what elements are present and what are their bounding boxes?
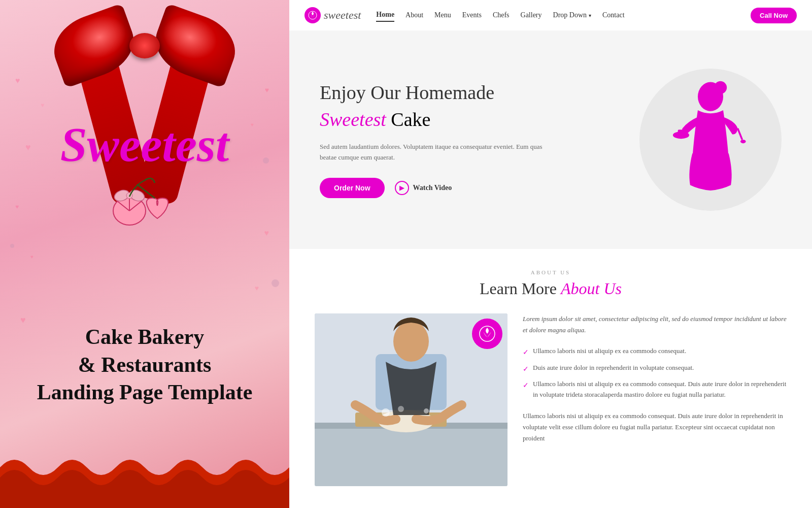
logo-area: sweetest [304,7,361,23]
cherry-decoration [107,170,183,236]
svg-rect-12 [678,130,685,135]
nav-link-home[interactable]: Home [376,9,394,22]
heart-decoration: ♥ [41,102,44,109]
svg-rect-16 [315,425,507,486]
heart-decoration: ♥ [15,203,19,211]
baker-silhouette [660,76,761,203]
about-description: Lorem ipsum dolor sit amet, consectetur … [523,313,787,336]
checklist-text-3: Ullamco laboris nisi ut aliquip ex ea co… [533,379,787,400]
bow-ribbon-left [45,3,142,88]
about-text-container: Lorem ipsum dolor sit amet, consectetur … [523,313,787,486]
nav-link-events[interactable]: Events [462,9,482,21]
heart-decoration: ♥ [255,284,259,293]
svg-point-23 [424,408,429,414]
bakery-text: Cake Bakery & Restaurants Landing Page T… [13,323,277,406]
heart-decoration: ♥ [30,254,33,260]
left-panel: Sweetest ♥ ♥ ♥ ♥ ♥ ♥ ♥ ♥ ♥ ♥ Cake [0,0,289,508]
svg-point-14 [740,140,746,143]
hero-content: Enjoy Our Homemade Sweetest Cake Sed aut… [320,81,548,199]
check-icon-3: ✓ [523,380,529,391]
about-extra-text: Ullamco laboris nisi ut aliquip ex ea co… [523,410,787,444]
dot-decoration [263,157,269,164]
about-section: ABOUT US Learn More About Us [289,249,812,508]
bakery-line3: Landing Page Template [13,378,277,406]
checklist-text-1: Ullamco laboris nisi ut aliquip ex ea co… [533,346,686,357]
about-title-normal: Learn More [480,279,557,298]
heart-decoration: ♥ [15,76,20,85]
svg-point-22 [382,408,390,417]
check-icon-2: ✓ [523,364,529,375]
bow-ribbon-right [147,3,244,88]
checklist-item-2: ✓ Duis aute irure dolor in reprehenderit… [523,363,787,375]
bakery-line1: Cake Bakery [13,323,277,351]
nav-link-contact[interactable]: Contact [602,9,625,21]
watch-video-label: Watch Video [413,184,452,192]
checklist-text-2: Duis aute irure dolor in reprehenderit i… [533,363,694,373]
about-title-colored: About Us [561,279,622,298]
heart-decoration: ♥ [251,122,254,128]
checklist-item-3: ✓ Ullamco laboris nisi ut aliquip ex ea … [523,379,787,400]
nav-dropdown-dropdown[interactable]: Drop Down ▾ [553,11,592,19]
watch-video-button[interactable]: ▶ Watch Video [395,181,452,195]
right-panel: sweetest Home About Menu Events Chefs Ga… [289,0,812,508]
hero-subtitle: Sed autem laudantium dolores. Voluptatem… [320,142,548,163]
bow-decoration [43,0,246,112]
hero-title-line1: Enjoy Our Homemade [320,81,548,105]
nav-link-menu[interactable]: Menu [434,9,451,21]
nav-link-about[interactable]: About [405,9,423,21]
heart-decoration: ♥ [264,229,269,238]
heart-decoration: ♥ [265,86,269,94]
bow-center [129,33,160,58]
nav-dropdown-label: Drop Down [553,11,587,19]
svg-line-13 [738,129,742,140]
checklist-item-1: ✓ Ullamco laboris nisi ut aliquip ex ea … [523,346,787,358]
nav-link-gallery[interactable]: Gallery [521,9,542,21]
chevron-down-icon: ▾ [589,13,591,18]
svg-point-10 [714,81,727,94]
heart-decoration: ♥ [25,142,31,153]
play-icon: ▶ [395,181,409,195]
call-now-button[interactable]: Call Now [751,8,797,23]
about-title: Learn More About Us [315,279,787,298]
navbar: sweetest Home About Menu Events Chefs Ga… [289,0,812,30]
bakery-line2: & Restaurants [13,351,277,379]
order-now-button[interactable]: Order Now [320,178,385,198]
check-icon-1: ✓ [523,347,529,358]
dot-decoration [272,279,279,287]
hero-section: Enjoy Our Homemade Sweetest Cake Sed aut… [289,30,812,249]
about-image-container [315,313,507,486]
dot-decoration [10,244,14,248]
nav-links: Home About Menu Events Chefs Gallery Dro… [376,9,751,22]
hero-title-cake: Cake [391,109,430,130]
hero-image [639,69,782,211]
logo-text: sweetest [324,9,361,22]
about-content: Lorem ipsum dolor sit amet, consectetur … [315,313,787,486]
svg-point-24 [398,406,404,412]
hero-title-colored: Sweetest [320,109,386,130]
about-label: ABOUT US [315,269,787,275]
svg-point-21 [393,321,429,362]
logo-icon [304,7,321,23]
nav-link-chefs[interactable]: Chefs [493,9,510,21]
about-checklist: ✓ Ullamco laboris nisi ut aliquip ex ea … [523,346,787,400]
bottom-wave [0,447,289,508]
sweetest-title: Sweetest [60,117,229,173]
hero-title-line2: Sweetest Cake [320,108,548,132]
hero-buttons: Order Now ▶ Watch Video [320,178,548,198]
about-logo-overlay [472,319,502,349]
